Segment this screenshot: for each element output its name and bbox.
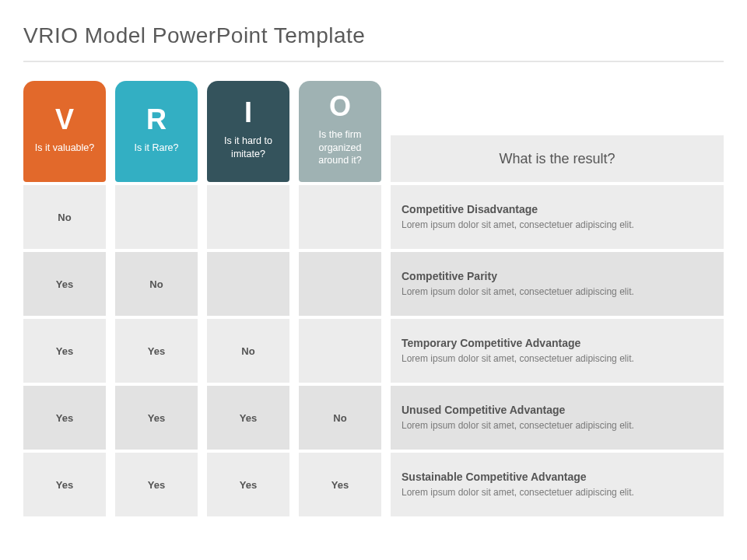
header-letter-i: I	[244, 99, 252, 127]
title-divider	[23, 61, 724, 62]
cell-r3-o: No	[299, 386, 381, 450]
result-r3: Unused Competitive Advantage Lorem ipsum…	[391, 386, 724, 450]
cell-r4-v: Yes	[23, 453, 106, 516]
cell-r4-i: Yes	[207, 453, 289, 516]
cell-r0-r	[115, 185, 198, 249]
cell-r4-r: Yes	[115, 453, 198, 516]
cell-r2-o	[299, 319, 381, 383]
header-card-i: I Is it hard to imitate?	[207, 81, 289, 182]
cell-r0-v: No	[23, 185, 106, 249]
result-title-r3: Unused Competitive Advantage	[402, 404, 713, 416]
header-card-r: R Is it Rare?	[115, 81, 198, 182]
slide: VRIO Model PowerPoint Template V Is it v…	[0, 0, 747, 560]
result-body-r3: Lorem ipsum dolor sit amet, consectetuer…	[402, 419, 713, 432]
cell-r2-i: No	[207, 319, 289, 383]
result-body-r0: Lorem ipsum dolor sit amet, consectetuer…	[402, 219, 713, 231]
result-title-r1: Competitive Parity	[402, 270, 713, 282]
vrio-grid: V Is it valuable? R Is it Rare? I Is it …	[23, 81, 724, 516]
result-r4: Sustainable Competitive Advantage Lorem …	[391, 453, 724, 516]
result-title-r0: Competitive Disadvantage	[402, 203, 713, 215]
result-body-r1: Lorem ipsum dolor sit amet, consectetuer…	[402, 285, 713, 298]
result-r2: Temporary Competitive Advantage Lorem ip…	[391, 319, 724, 383]
header-question-o: Is the firm organized around it?	[305, 128, 375, 168]
cell-r4-o: Yes	[299, 453, 381, 516]
cell-r3-v: Yes	[23, 386, 106, 450]
header-letter-o: O	[329, 93, 351, 121]
cell-r2-v: Yes	[23, 319, 106, 383]
result-r0: Competitive Disadvantage Lorem ipsum dol…	[391, 185, 724, 249]
cell-r3-i: Yes	[207, 386, 289, 450]
slide-title: VRIO Model PowerPoint Template	[0, 0, 747, 56]
result-header: What is the result?	[391, 135, 724, 182]
header-letter-v: V	[55, 106, 74, 134]
result-body-r4: Lorem ipsum dolor sit amet, consectetuer…	[402, 486, 713, 499]
result-r1: Competitive Parity Lorem ipsum dolor sit…	[391, 252, 724, 316]
result-title-r4: Sustainable Competitive Advantage	[402, 471, 713, 483]
header-card-v: V Is it valuable?	[23, 81, 106, 182]
result-title-r2: Temporary Competitive Advantage	[402, 337, 713, 349]
header-question-v: Is it valuable?	[32, 142, 97, 155]
header-card-o: O Is the firm organized around it?	[299, 81, 381, 182]
result-body-r2: Lorem ipsum dolor sit amet, consectetuer…	[402, 352, 713, 365]
cell-r2-r: Yes	[115, 319, 198, 383]
cell-r1-i	[207, 252, 289, 316]
cell-r0-o	[299, 185, 381, 249]
header-letter-r: R	[146, 106, 167, 134]
cell-r0-i	[207, 185, 289, 249]
cell-r1-r: No	[115, 252, 198, 316]
cell-r3-r: Yes	[115, 386, 198, 450]
header-question-i: Is it hard to imitate?	[213, 135, 283, 161]
cell-r1-o	[299, 252, 381, 316]
cell-r1-v: Yes	[23, 252, 106, 316]
header-question-r: Is it Rare?	[132, 142, 182, 155]
